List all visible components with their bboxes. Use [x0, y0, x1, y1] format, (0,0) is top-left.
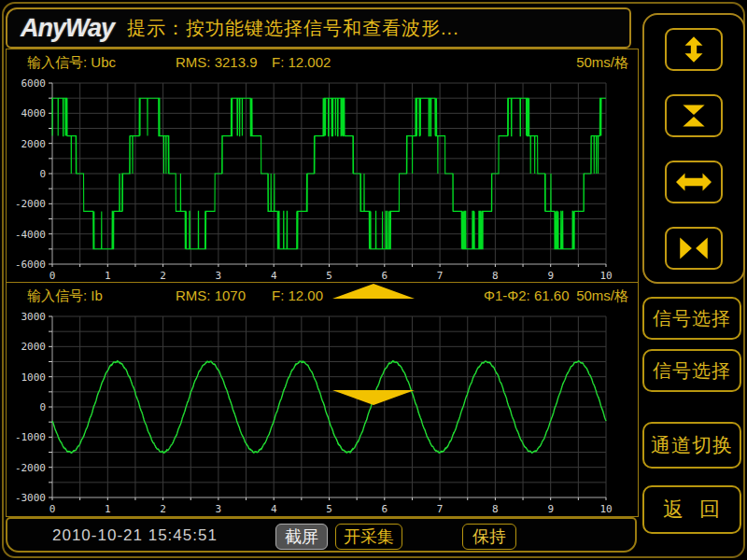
compress-horizontal-button[interactable] — [665, 227, 723, 270]
x-tick-label: 5 — [326, 270, 332, 281]
screenshot-button[interactable]: 截屏 — [275, 524, 328, 550]
scope1-header: 输入信号: Ubc RMS: 3213.9 F: 12.002 50ms/格 — [7, 54, 638, 75]
waveform-plot-ubc: 0123456789106000400020000-2000-4000-6000 — [7, 77, 636, 281]
y-tick-label: -2000 — [15, 462, 46, 474]
y-tick-label: -4000 — [15, 229, 46, 241]
signal-select-up-button[interactable]: 信号选择 — [642, 297, 741, 340]
y-tick-label: 1000 — [21, 371, 47, 384]
scope2-rms-value: RMS: 1070 — [176, 287, 246, 303]
signal-select-down-label: 信号选择 — [653, 358, 731, 384]
signal-select-up-arrow-icon — [332, 284, 415, 299]
expand-vertical-icon — [676, 36, 712, 63]
hold-label: 保持 — [472, 525, 506, 548]
y-tick-label: 6000 — [21, 77, 47, 90]
waveform-plot-ib: 0123456789103000200010000-1000-2000-3000 — [7, 311, 636, 514]
scope2-header: 输入信号: Ib RMS: 1070 F: 12.00 Φ1-Φ2: 61.60… — [7, 287, 638, 308]
scope1-frequency-value: F: 12.002 — [272, 54, 331, 70]
x-tick-label: 0 — [49, 270, 56, 281]
expand-horizontal-icon — [676, 169, 712, 195]
y-tick-label: 2000 — [21, 138, 47, 150]
x-tick-label: 2 — [160, 270, 166, 281]
x-tick-label: 7 — [437, 503, 444, 514]
scope2-signal-label: 输入信号: Ib — [27, 287, 103, 305]
x-tick-label: 5 — [326, 503, 332, 514]
x-tick-label: 10 — [599, 270, 612, 281]
waveform-zoom-group — [642, 13, 745, 284]
x-tick-label: 0 — [49, 503, 56, 514]
scope2-frequency-value: F: 12.00 — [272, 287, 323, 303]
y-tick-label: -2000 — [15, 198, 46, 210]
x-tick-label: 4 — [271, 503, 277, 514]
compress-horizontal-icon — [676, 235, 712, 261]
signal-select-up-label: 信号选择 — [653, 306, 731, 331]
x-tick-label: 3 — [216, 503, 222, 514]
channel-switch-button[interactable]: 通道切换 — [642, 422, 741, 469]
x-tick-label: 1 — [105, 270, 111, 281]
y-tick-label: 0 — [39, 401, 46, 413]
x-tick-label: 4 — [271, 270, 277, 281]
x-tick-label: 3 — [216, 270, 222, 281]
scope2-phase-value: Φ1-Φ2: 61.60 — [484, 287, 570, 303]
signal-select-down-arrow-icon — [332, 390, 415, 405]
status-bar: 2010-10-21 15:45:51 截屏 开采集 保持 — [6, 517, 637, 553]
x-tick-label: 9 — [547, 270, 554, 281]
back-label-left: 返 — [663, 496, 684, 524]
expand-vertical-button[interactable] — [665, 28, 723, 71]
scope1-rms-value: RMS: 3213.9 — [176, 54, 258, 70]
x-tick-label: 8 — [492, 503, 499, 514]
screenshot-label: 截屏 — [285, 525, 318, 548]
start-capture-button[interactable]: 开采集 — [335, 524, 402, 550]
y-tick-label: -1000 — [15, 431, 46, 443]
y-tick-label: -6000 — [15, 259, 46, 271]
back-label-right: 回 — [699, 496, 721, 524]
scope1-timebase-label: 50ms/格 — [576, 54, 628, 72]
y-tick-label: 3000 — [21, 311, 47, 323]
channel-switch-label: 通道切换 — [651, 432, 733, 458]
y-tick-label: -3000 — [15, 492, 46, 504]
x-tick-label: 1 — [105, 503, 111, 514]
x-tick-label: 6 — [381, 270, 388, 281]
x-tick-label: 8 — [492, 270, 499, 281]
compress-vertical-icon — [676, 103, 712, 129]
hold-button[interactable]: 保持 — [462, 524, 516, 550]
scope2-timebase-label: 50ms/格 — [576, 287, 628, 305]
analyzer-screen: AnyWay 提示：按功能键选择信号和查看波形... 输入信号: Ubc RMS… — [0, 0, 747, 560]
anyway-logo: AnyWay — [21, 14, 114, 43]
start-capture-label: 开采集 — [344, 525, 394, 548]
compress-vertical-button[interactable] — [665, 94, 723, 137]
scope1-signal-label: 输入信号: Ubc — [27, 54, 116, 72]
expand-horizontal-button[interactable] — [665, 161, 723, 203]
x-tick-label: 2 — [160, 503, 166, 514]
scope-panel-ib: 输入信号: Ib RMS: 1070 F: 12.00 Φ1-Φ2: 61.60… — [6, 282, 639, 517]
tip-message: 提示：按功能键选择信号和查看波形... — [127, 16, 459, 41]
y-tick-label: 4000 — [21, 107, 47, 119]
scope-panel-ubc: 输入信号: Ubc RMS: 3213.9 F: 12.002 50ms/格 0… — [6, 49, 639, 284]
y-tick-label: 2000 — [21, 341, 47, 353]
signal-select-down-button[interactable]: 信号选择 — [642, 349, 741, 392]
x-tick-label: 9 — [547, 503, 554, 514]
x-tick-label: 6 — [381, 503, 388, 514]
x-tick-label: 7 — [437, 270, 444, 281]
y-tick-label: 0 — [39, 168, 46, 180]
datetime-text: 2010-10-21 15:45:51 — [52, 526, 218, 545]
header-bar: AnyWay 提示：按功能键选择信号和查看波形... — [6, 7, 631, 49]
x-tick-label: 10 — [599, 503, 612, 514]
back-button[interactable]: 返 回 — [642, 485, 741, 534]
